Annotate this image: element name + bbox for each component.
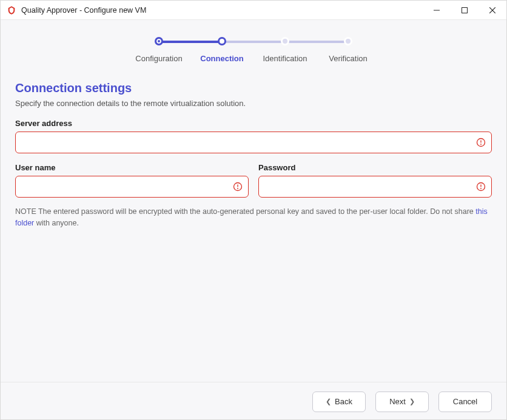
wizard-content: Configuration Connection Identification … — [1, 20, 506, 382]
titlebar: Quality Approver - Configure new VM — [1, 1, 506, 20]
svg-point-9 — [480, 188, 482, 189]
section-title: Connection settings — [15, 81, 492, 95]
server-address-input[interactable] — [15, 132, 492, 153]
svg-rect-0 — [462, 8, 468, 13]
username-input[interactable] — [15, 176, 249, 198]
error-icon — [476, 182, 486, 192]
close-button[interactable] — [478, 1, 506, 20]
error-icon — [233, 182, 243, 192]
password-label: Password — [258, 163, 492, 172]
back-button-label: Back — [335, 397, 352, 406]
step-configuration[interactable]: Configuration — [127, 37, 190, 63]
server-address-label: Server address — [15, 119, 492, 128]
username-label: User name — [15, 163, 249, 172]
back-button[interactable]: ❮ Back — [312, 392, 366, 412]
section-subtitle: Specify the connection details to the re… — [15, 99, 492, 108]
window-title: Quality Approver - Configure new VM — [21, 6, 423, 15]
window-controls — [423, 1, 506, 19]
minimize-button[interactable] — [423, 1, 451, 20]
chevron-right-icon: ❯ — [409, 398, 415, 405]
step-label: Verification — [329, 54, 368, 63]
next-button[interactable]: Next ❯ — [375, 392, 429, 412]
note-text-suffix: with anyone. — [34, 219, 79, 227]
svg-point-3 — [480, 144, 482, 145]
app-icon — [7, 5, 16, 15]
stepper: Configuration Connection Identification … — [15, 37, 492, 63]
wizard-footer: ❮ Back Next ❯ Cancel — [1, 382, 506, 420]
step-label: Connection — [200, 54, 244, 63]
step-label: Configuration — [135, 54, 182, 63]
password-note: NOTE The entered password will be encryp… — [15, 206, 492, 229]
step-label: Identification — [263, 54, 307, 63]
note-text-prefix: NOTE The entered password will be encryp… — [15, 207, 475, 216]
cancel-button[interactable]: Cancel — [438, 392, 492, 412]
error-icon — [476, 138, 486, 147]
svg-point-6 — [237, 188, 238, 189]
cancel-button-label: Cancel — [453, 397, 477, 406]
next-button-label: Next — [389, 397, 406, 406]
chevron-left-icon: ❮ — [326, 398, 331, 405]
password-input[interactable] — [258, 176, 492, 198]
maximize-button[interactable] — [451, 1, 478, 20]
